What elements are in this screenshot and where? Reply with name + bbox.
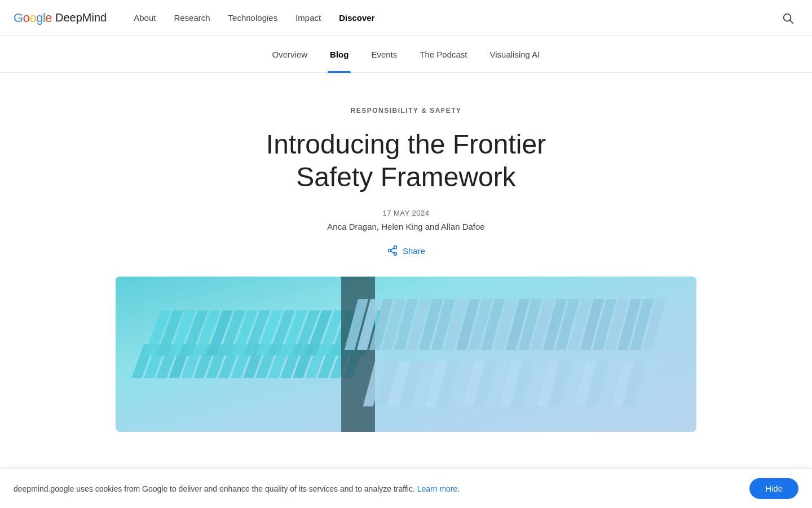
share-label: Share <box>403 246 425 256</box>
article-authors: Anca Dragan, Helen King and Allan Dafoe <box>327 222 484 231</box>
main-nav-links: About Research Technologies Impact Disco… <box>125 0 777 36</box>
learn-more-link[interactable]: Learn more <box>417 484 458 493</box>
hero-illustration <box>116 277 696 432</box>
nav-item-discover[interactable]: Discover <box>330 0 383 36</box>
nav-item-research[interactable]: Research <box>165 0 219 36</box>
hero-image <box>116 277 696 432</box>
google-wordmark: Google <box>14 11 52 25</box>
subnav-podcast[interactable]: The Podcast <box>417 36 469 73</box>
sub-nav: Overview Blog Events The Podcast Visuali… <box>0 36 812 73</box>
share-icon <box>387 245 398 256</box>
nav-item-technologies[interactable]: Technologies <box>219 0 287 36</box>
article-date: 17 MAY 2024 <box>382 209 429 217</box>
cookie-text: deepmind.google uses cookies from Google… <box>14 484 460 493</box>
nav-item-about[interactable]: About <box>125 0 165 36</box>
share-button[interactable]: Share <box>387 245 425 256</box>
svg-rect-96 <box>116 277 696 432</box>
subnav-overview[interactable]: Overview <box>270 36 310 73</box>
top-nav: Google DeepMind About Research Technolog… <box>0 0 812 36</box>
subnav-events[interactable]: Events <box>369 36 399 73</box>
article-category: RESPONSIBILITY & SAFETY <box>351 107 462 115</box>
article-title: Introducing the Frontier Safety Framewor… <box>231 128 581 193</box>
hide-cookie-button[interactable]: Hide <box>749 478 798 499</box>
subnav-blog[interactable]: Blog <box>328 36 351 73</box>
subnav-visualising-ai[interactable]: Visualising AI <box>487 36 542 73</box>
nav-item-impact[interactable]: Impact <box>286 0 330 36</box>
search-icon <box>782 12 794 24</box>
search-button[interactable] <box>777 7 798 29</box>
cookie-banner: deepmind.google uses cookies from Google… <box>0 468 812 508</box>
svg-line-6 <box>391 248 394 250</box>
logo[interactable]: Google DeepMind <box>14 11 107 25</box>
deepmind-wordmark: DeepMind <box>55 11 107 24</box>
svg-line-5 <box>391 251 394 253</box>
svg-line-1 <box>790 20 793 23</box>
main-content: RESPONSIBILITY & SAFETY Introducing the … <box>0 73 812 432</box>
